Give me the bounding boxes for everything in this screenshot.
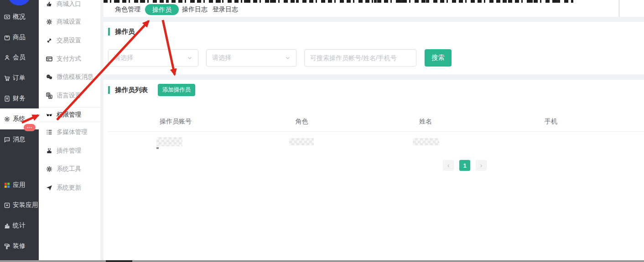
messages-icon [4, 136, 10, 143]
column-header-role: 角色 [243, 118, 360, 126]
menu-item-label: 交易设置 [57, 36, 81, 45]
permissions-icon [46, 111, 53, 118]
menu-item-system-tools[interactable]: 系统工具 [39, 161, 100, 176]
clipped-text-strip [104, 0, 573, 3]
sidebar-content-divider [100, 0, 104, 262]
mall-entrance-icon [46, 0, 53, 8]
wechat-template-icon [46, 73, 53, 81]
main-content: 角色管理 操作员 操作日志 登录日志 操作员 请选择 请选择 搜索 [104, 0, 644, 262]
sidebar-item-label: 会员 [13, 53, 26, 62]
tab-login-log[interactable]: 登录日志 [213, 5, 238, 14]
tabbar-scrollbar[interactable] [618, 0, 620, 17]
menu-item-label: 语言设置 [57, 92, 81, 100]
redacted-account-mark [156, 147, 159, 149]
chevron-down-icon [285, 55, 291, 61]
sidebar-item-orders[interactable]: 订单 [0, 67, 39, 88]
system-update-icon [46, 184, 53, 191]
stats-icon [4, 222, 10, 229]
payment-methods-icon [46, 55, 53, 62]
unread-badge: ... [24, 124, 36, 131]
tab-operation-log[interactable]: 操作日志 [182, 5, 208, 14]
admin-console: 概况 商品 会员 订单 财务 系统 消息 ... 应用 [0, 0, 644, 262]
redacted-name-cell [413, 138, 439, 145]
sidebar-item-label: 财务 [13, 94, 26, 103]
menu-item-mall-entrance[interactable]: 商城入口 [39, 0, 100, 11]
chevron-down-icon [187, 55, 192, 61]
menu-item-payment-methods[interactable]: 支付方式 [39, 51, 100, 66]
finance-icon [4, 95, 10, 102]
menu-item-system-update[interactable]: 系统更新 [39, 180, 100, 195]
title-accent-bar [108, 86, 110, 94]
goods-icon [4, 34, 10, 41]
horizontal-scrollbar[interactable] [0, 260, 644, 262]
mall-settings-icon [46, 18, 53, 26]
system-tools-icon [46, 165, 53, 173]
column-header-account: 操作员账号 [108, 118, 243, 126]
status-select[interactable]: 请选择 [206, 49, 296, 67]
sidebar-item-install-apps[interactable]: 安装应用 [0, 195, 39, 216]
table-divider [108, 131, 644, 132]
operator-search-input[interactable] [304, 49, 416, 67]
sidebar-item-stats[interactable]: 统计 [0, 215, 39, 236]
menu-item-label: 系统更新 [57, 184, 81, 192]
menu-item-language-settings[interactable]: 语言设置 [39, 88, 100, 103]
operator-filter-card: 操作员 请选择 请选择 搜索 [104, 22, 644, 74]
sidebar-item-label: 统计 [13, 221, 26, 230]
system-icon [4, 116, 10, 123]
language-settings-icon [46, 92, 53, 99]
sidebar-item-label: 商品 [13, 33, 26, 41]
menu-item-label: 多媒体管理 [57, 128, 88, 136]
sidebar-item-decorate[interactable]: 装修 [0, 236, 39, 257]
operator-list-card: 操作员列表 添加操作员 操作员账号 角色 姓名 手机 ‹ 1 › [104, 80, 644, 262]
section-title: 操作员列表 [108, 86, 148, 94]
menu-item-plugin-manage[interactable]: 插件管理 [39, 143, 100, 158]
column-header-phone: 手机 [491, 118, 611, 126]
install-apps-icon [4, 202, 10, 209]
pagination-prev-button[interactable]: ‹ [443, 160, 454, 171]
logo-avatar[interactable] [7, 0, 31, 5]
members-icon [4, 54, 10, 61]
menu-item-label: 系统工具 [57, 165, 81, 173]
sidebar-item-overview[interactable]: 概况 [0, 6, 39, 27]
secondary-sidebar: 商城入口 商城设置 交易设置 支付方式 微信模板消息 语言设置 权限管理 多媒 [39, 0, 100, 262]
apps-icon [4, 182, 10, 189]
horizontal-scrollbar-thumb[interactable] [106, 260, 132, 262]
role-select[interactable]: 请选择 [108, 49, 198, 67]
menu-item-wechat-template[interactable]: 微信模板消息 [39, 69, 100, 84]
menu-item-mall-settings[interactable]: 商城设置 [39, 14, 100, 29]
menu-item-permissions[interactable]: 权限管理 [39, 107, 100, 122]
sidebar-item-label: 安装应用 [13, 201, 38, 209]
menu-item-label: 微信模板消息 [57, 73, 93, 81]
menu-item-label: 商城入口 [57, 0, 81, 8]
pagination-page-1[interactable]: 1 [459, 160, 470, 171]
sidebar-item-label: 消息 [13, 135, 26, 144]
tab-operators[interactable]: 操作员 [145, 4, 179, 15]
sidebar-item-goods[interactable]: 商品 [0, 27, 39, 48]
media-manage-icon [46, 128, 53, 136]
menu-item-label: 权限管理 [57, 111, 81, 119]
pagination-next-button[interactable]: › [476, 160, 487, 171]
trade-settings-icon [46, 37, 53, 44]
sidebar-item-finance[interactable]: 财务 [0, 88, 39, 109]
search-button[interactable]: 搜索 [425, 49, 452, 67]
plugin-manage-icon [46, 147, 53, 154]
add-operator-button[interactable]: 添加操作员 [158, 84, 195, 96]
sidebar-item-messages[interactable]: 消息 ... [0, 129, 39, 150]
menu-item-media-manage[interactable]: 多媒体管理 [39, 124, 100, 139]
orders-icon [4, 75, 10, 82]
select-placeholder: 请选择 [114, 54, 133, 62]
sidebar-item-members[interactable]: 会员 [0, 47, 39, 68]
menu-item-trade-settings[interactable]: 交易设置 [39, 33, 100, 48]
select-placeholder: 请选择 [212, 54, 231, 62]
table-header-row: 操作员账号 角色 姓名 手机 [108, 118, 611, 126]
overview-icon [4, 14, 10, 21]
sidebar-item-label: 系统 [13, 115, 26, 123]
filter-section-title: 操作员 [115, 27, 135, 36]
sidebar-item-apps[interactable]: 应用 [0, 175, 39, 195]
redacted-role-cell [289, 138, 314, 145]
list-section-title: 操作员列表 [115, 86, 148, 94]
primary-sidebar: 概况 商品 会员 订单 财务 系统 消息 ... 应用 [0, 0, 39, 262]
tab-role-manage[interactable]: 角色管理 [115, 5, 140, 14]
title-accent-bar [108, 28, 110, 36]
sidebar-item-label: 装修 [13, 242, 26, 250]
